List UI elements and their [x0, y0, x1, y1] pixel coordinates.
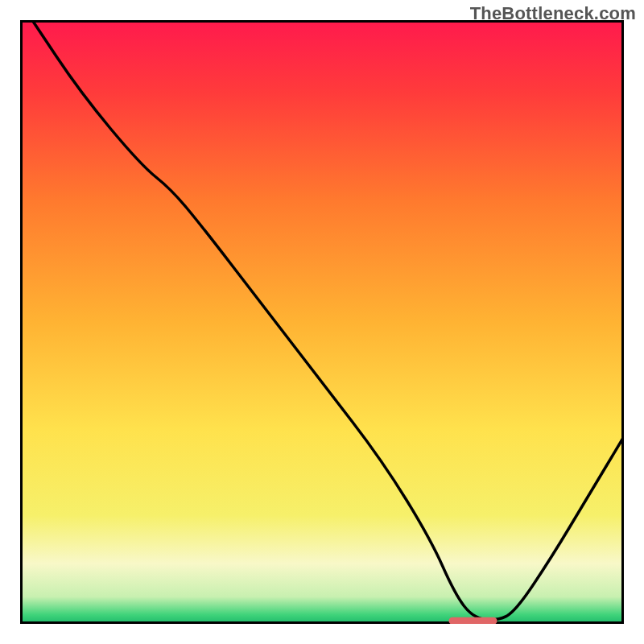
- gradient-background: [20, 20, 624, 624]
- plot-area: [20, 20, 624, 624]
- plot-svg: [20, 20, 624, 624]
- chart-container: TheBottleneck.com: [0, 0, 644, 644]
- optimal-marker: [449, 617, 497, 624]
